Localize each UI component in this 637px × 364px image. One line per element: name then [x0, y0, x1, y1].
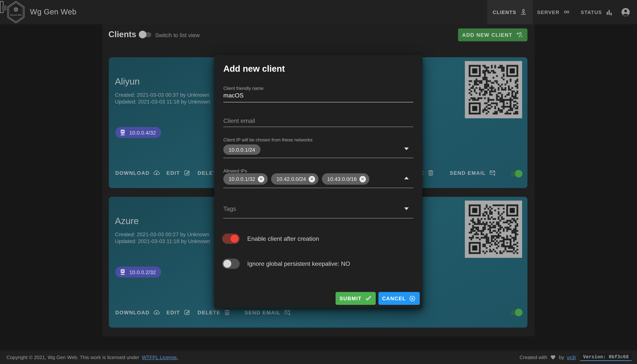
app-footer: Copyright © 2021, Wg Gen Web. This work … — [0, 350, 637, 364]
created-with-text: Created with — [520, 354, 547, 360]
ip-network-icon: IP — [119, 268, 126, 276]
client-ip-chip: IP 10.0.0.4/32 — [115, 127, 161, 138]
enable-client-toggle-label: Enable client after creation — [247, 236, 319, 242]
svg-text:IP: IP — [122, 270, 124, 272]
list-view-toggle-label: Switch to list view — [155, 32, 200, 38]
allowed-ip-chip[interactable]: 10.43.0.0/16 ✕ — [322, 173, 369, 185]
client-created: Created: 2021-03-03 00:37 by Unknown — [115, 92, 209, 98]
tags-dropdown-icon[interactable] — [404, 208, 409, 210]
email-field-input[interactable]: Client email — [223, 118, 255, 124]
nav-tab-clients-label: CLIENTS — [492, 9, 516, 15]
copyright-text: Copyright © 2021, Wg Gen Web. This work … — [6, 354, 139, 360]
nav-tab-server[interactable]: SERVER — [536, 0, 572, 24]
add-new-client-button[interactable]: ADD NEW CLIENT — [458, 28, 528, 41]
client-name: Azure — [115, 216, 138, 226]
submit-label: SUBMIT — [340, 296, 362, 301]
allowed-ips-chip-row: 10.0.0.1/32 ✕ 10.42.0.0/24 ✕ 10.43.0.0/1… — [223, 173, 369, 185]
client-updated: Updated: 2021-03-03 11:18 by Unknown — [115, 238, 210, 244]
tags-field-underline — [223, 218, 413, 218]
send-email-label: SEND EMAIL — [244, 310, 281, 315]
account-network-icon — [520, 8, 528, 16]
nav-tab-server-label: SERVER — [537, 9, 560, 15]
allowed-ips-field-underline — [223, 188, 413, 188]
allowed-ips-field-label: Allowed IPs — [223, 168, 247, 174]
nav-tab-clients[interactable]: CLIENTS — [487, 0, 533, 24]
send-email-label: SEND EMAIL — [450, 170, 486, 176]
dialog-title: Add new client — [223, 64, 285, 74]
edit-button[interactable]: EDIT — [166, 169, 190, 177]
list-view-toggle[interactable] — [139, 31, 152, 38]
client-created: Created: 2021-03-03 00:27 by Unknown — [115, 231, 209, 237]
ui-artifact-square — [2, 5, 7, 10]
nav-tab-status-label: STATUS — [581, 9, 602, 15]
toggle-thumb — [230, 235, 238, 243]
network-chip-label: 10.0.0.1/24 — [229, 146, 255, 152]
cloud-download-icon — [152, 309, 160, 316]
delete-label: DELETE — [198, 310, 220, 315]
client-ip-chip: IP 10.0.0.2/32 — [115, 266, 161, 278]
app-bar: Wg Gen Web Wg Gen Web CLIENTS SERVER — [0, 0, 637, 24]
allowed-ip-chip-label: 10.43.0.0/16 — [327, 176, 357, 182]
ignore-keepalive-toggle[interactable] — [222, 258, 240, 269]
version-badge[interactable]: Version: 0bf3c68 — [580, 354, 632, 361]
allowed-ip-chip[interactable]: 10.0.0.1/32 ✕ — [223, 173, 268, 185]
client-updated: Updated: 2021-03-03 11:18 by Unknown — [115, 98, 210, 105]
heart-icon — [550, 354, 556, 360]
send-email-button-right[interactable]: SEND EMAIL — [450, 169, 496, 177]
download-label: DOWNLOAD — [115, 310, 150, 315]
cancel-label: CANCEL — [382, 296, 406, 301]
edit-button[interactable]: EDIT — [166, 309, 190, 316]
license-link[interactable]: WTFPL License. — [142, 354, 178, 360]
allowed-ips-dropdown-icon[interactable] — [404, 177, 409, 179]
svg-text:IP: IP — [122, 130, 124, 133]
trash-icon — [427, 169, 435, 177]
close-circle-icon — [409, 295, 416, 302]
app-title: Wg Gen Web — [30, 8, 76, 16]
client-ip-label: 10.0.0.4/32 — [129, 130, 156, 136]
allowed-ip-chip-label: 10.42.0.0/24 — [276, 176, 306, 182]
edit-icon — [183, 309, 190, 316]
allowed-ip-chip[interactable]: 10.42.0.0/24 ✕ — [271, 173, 318, 185]
nav-tab-status[interactable]: STATUS — [578, 0, 615, 24]
by-text: by — [559, 354, 564, 360]
cancel-button[interactable]: CANCEL — [378, 292, 420, 305]
ignore-keepalive-toggle-label: Ignore global persistent keepalive: NO — [247, 260, 350, 267]
add-client-dialog: Add new client Client friendly name macO… — [214, 54, 422, 308]
account-plus-icon — [516, 31, 523, 39]
chip-close-icon[interactable]: ✕ — [309, 176, 315, 182]
vpn-icon — [562, 8, 570, 16]
tags-field-input[interactable]: Tags — [223, 206, 236, 212]
client-name: Aliyun — [115, 76, 140, 87]
toggle-thumb — [515, 309, 522, 316]
email-send-icon — [284, 309, 292, 316]
bar-chart-icon — [605, 8, 613, 16]
chip-close-icon[interactable]: ✕ — [258, 176, 264, 182]
client-enabled-toggle[interactable] — [510, 170, 523, 178]
download-button[interactable]: DOWNLOAD — [115, 169, 160, 177]
networks-field-underline — [223, 158, 413, 158]
author-link[interactable]: vx3r — [567, 354, 576, 360]
name-field-underline — [223, 102, 413, 102]
check-icon — [364, 295, 372, 302]
allowed-ip-chip-label: 10.0.0.1/32 — [229, 176, 255, 182]
chip-close-icon[interactable]: ✕ — [360, 176, 366, 182]
page-title: Clients — [108, 30, 136, 40]
name-field-label: Client friendly name — [223, 86, 264, 91]
toggle-thumb — [139, 31, 146, 38]
wg-gen-web-app: Wg Gen Web Wg Gen Web CLIENTS SERVER — [0, 0, 637, 364]
edit-label: EDIT — [166, 310, 180, 315]
networks-dropdown-icon[interactable] — [404, 148, 409, 150]
networks-field-label: Client IP will be chosen from these netw… — [223, 137, 312, 142]
trash-icon — [224, 309, 231, 316]
client-enabled-toggle[interactable] — [510, 309, 523, 316]
email-send-icon — [489, 169, 496, 177]
account-circle-icon[interactable] — [621, 7, 630, 17]
send-email-button[interactable]: SEND EMAIL — [244, 309, 292, 316]
download-button[interactable]: DOWNLOAD — [115, 309, 160, 316]
network-chip[interactable]: 10.0.0.1/24 — [223, 144, 260, 155]
delete-button[interactable]: DELETE — [198, 309, 231, 316]
submit-button[interactable]: SUBMIT — [336, 292, 376, 305]
enable-client-toggle[interactable] — [222, 234, 240, 244]
name-field-input[interactable]: macOS — [223, 92, 244, 99]
edit-label: EDIT — [166, 170, 180, 176]
